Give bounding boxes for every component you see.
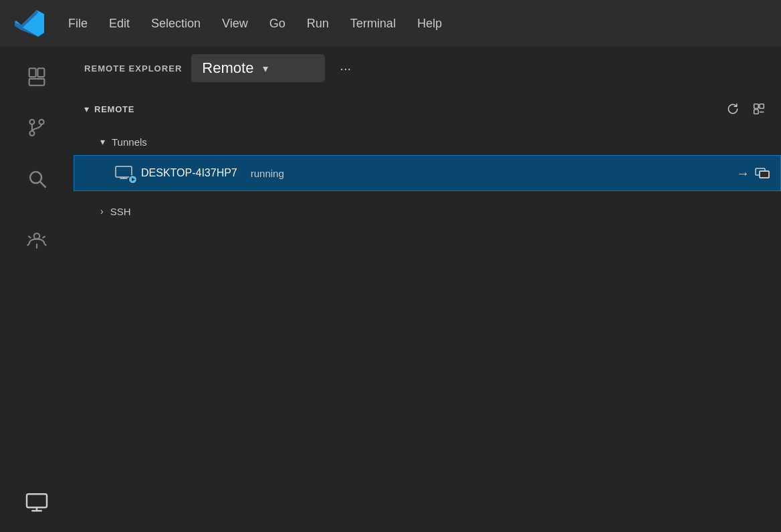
- chevron-down-icon: ▾: [100, 136, 105, 147]
- explorer-title: REMOTE EXPLORER: [84, 63, 182, 74]
- remote-dropdown[interactable]: Remote ▾: [191, 54, 325, 82]
- source-control-icon: [25, 116, 48, 139]
- collapse-all-button[interactable]: [748, 99, 770, 119]
- activity-bar: [0, 47, 74, 532]
- sidebar-item-source-control[interactable]: [13, 104, 60, 151]
- more-actions-button[interactable]: ···: [334, 57, 356, 80]
- main-layout: REMOTE EXPLORER Remote ▾ ··· ▾ REMOTE: [0, 47, 781, 532]
- svg-rect-1: [29, 79, 45, 86]
- menu-bar: File Edit Selection View Go Run Terminal…: [59, 13, 451, 35]
- refresh-button[interactable]: [722, 100, 744, 118]
- menu-help[interactable]: Help: [408, 13, 451, 35]
- debug-icon: [25, 229, 48, 251]
- tunnels-label: Tunnels: [112, 136, 147, 148]
- menu-go[interactable]: Go: [260, 13, 295, 35]
- tunnels-group: ▾ Tunnels: [74, 126, 781, 194]
- desktop-name: DESKTOP-4I37HP7: [141, 167, 237, 179]
- svg-rect-14: [760, 104, 764, 108]
- svg-rect-23: [760, 171, 769, 178]
- chevron-right-icon: ›: [100, 206, 104, 217]
- sidebar-item-debug[interactable]: [13, 217, 60, 263]
- sidebar-item-explorer[interactable]: [13, 53, 60, 100]
- vscode-logo: [13, 7, 45, 39]
- svg-point-4: [39, 120, 44, 124]
- open-new-window-icon[interactable]: [755, 166, 770, 180]
- ssh-label: SSH: [110, 206, 131, 217]
- menu-edit[interactable]: Edit: [100, 13, 139, 35]
- section-title-remote: REMOTE: [94, 104, 134, 114]
- explorer-header: REMOTE EXPLORER Remote ▾ ···: [74, 47, 781, 90]
- explorer-icon: [25, 65, 48, 88]
- menu-run[interactable]: Run: [298, 13, 338, 35]
- connect-arrow-icon[interactable]: →: [736, 166, 750, 181]
- svg-rect-2: [37, 68, 44, 77]
- svg-rect-15: [754, 110, 758, 114]
- remote-icon: [23, 489, 50, 515]
- section-header-remote[interactable]: ▾ REMOTE: [74, 92, 781, 126]
- play-badge: [128, 175, 137, 184]
- svg-point-8: [34, 233, 40, 239]
- sidebar-item-remote-explorer[interactable]: [13, 479, 60, 525]
- svg-point-3: [29, 120, 34, 124]
- collapse-icon: [752, 102, 766, 116]
- more-icon: ···: [340, 61, 351, 76]
- chevron-down-icon: ▾: [263, 62, 268, 75]
- tunnels-item[interactable]: ▾ Tunnels: [74, 128, 781, 155]
- titlebar: File Edit Selection View Go Run Terminal…: [0, 0, 781, 47]
- desktop-tunnel-item[interactable]: DESKTOP-4I37HP7 running →: [74, 155, 781, 191]
- desktop-icon: [114, 164, 133, 182]
- menu-view[interactable]: View: [213, 13, 257, 35]
- menu-terminal[interactable]: Terminal: [341, 13, 405, 35]
- svg-rect-13: [754, 104, 758, 108]
- desktop-status: running: [251, 168, 284, 179]
- refresh-icon: [726, 102, 740, 116]
- menu-file[interactable]: File: [59, 13, 97, 35]
- chevron-down-icon: ▾: [84, 104, 89, 114]
- svg-rect-0: [29, 68, 36, 77]
- tree-section: ▾ REMOTE: [74, 90, 781, 532]
- dropdown-label: Remote: [202, 59, 253, 77]
- svg-line-7: [40, 182, 45, 187]
- menu-selection[interactable]: Selection: [142, 13, 210, 35]
- svg-point-5: [29, 131, 34, 136]
- search-icon: [25, 167, 48, 190]
- svg-rect-10: [27, 494, 47, 507]
- ssh-group: › SSH: [74, 194, 781, 229]
- sidebar: REMOTE EXPLORER Remote ▾ ··· ▾ REMOTE: [74, 47, 781, 532]
- ssh-item[interactable]: › SSH: [74, 196, 781, 226]
- sidebar-item-search[interactable]: [13, 155, 60, 202]
